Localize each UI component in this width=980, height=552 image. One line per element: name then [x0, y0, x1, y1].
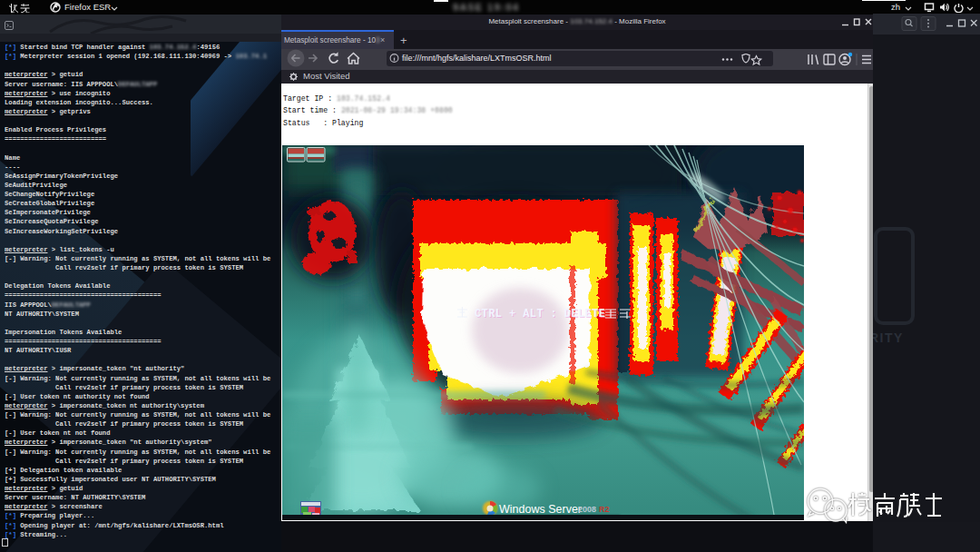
svg-text:R2: R2 [599, 505, 610, 514]
svg-text:Windows Server: Windows Server [499, 503, 582, 516]
svg-text:CTRL + ALT : DELETE: CTRL + ALT : DELETE [475, 308, 605, 320]
svg-text:RITY: RITY [873, 330, 904, 345]
svg-text:2008: 2008 [578, 505, 596, 514]
